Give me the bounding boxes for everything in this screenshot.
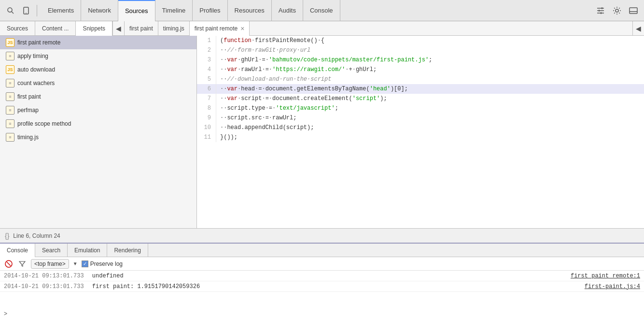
- code-editor[interactable]: 1 (function·firstPaintRemote()·{ 2 ··//·…: [197, 36, 644, 228]
- code-line-8: 8 ··script.type·=·'text/javascript';: [197, 103, 644, 113]
- main-nav-tabs: Elements Network Sources Timeline Profil…: [41, 0, 340, 21]
- file-icon-txt: ≡: [6, 52, 14, 60]
- editor-tab-first-paint[interactable]: first paint: [125, 21, 158, 36]
- sidebar-item-perfmap[interactable]: ≡ perfmap: [0, 103, 196, 117]
- console-timestamp-2: 2014-10-21 09:13:01.733: [4, 283, 84, 290]
- editor-tabs-nav-right[interactable]: ◀: [632, 21, 644, 36]
- code-line-7: 7 ··var·script·=·document.createElement(…: [197, 94, 644, 103]
- status-bar: {} Line 6, Column 24: [0, 228, 644, 243]
- file-icon-txt: ≡: [6, 79, 14, 87]
- console-tab-console[interactable]: Console: [0, 244, 35, 257]
- toolbar-separator: [37, 5, 37, 16]
- snippets-sidebar: JS first paint remote ≡ apply timing JS …: [0, 36, 197, 228]
- svg-line-14: [7, 262, 11, 266]
- device-icon[interactable]: [19, 4, 33, 17]
- preserve-log-label: Preserve log: [90, 261, 123, 267]
- toolbar-right-actions: [594, 4, 640, 17]
- settings-icon[interactable]: [610, 4, 624, 17]
- editor-tabs: ◀ first paint timing.js first paint remo…: [112, 21, 644, 36]
- console-area: Console Search Emulation Rendering <top …: [0, 243, 644, 319]
- tab-sources[interactable]: Sources: [118, 0, 155, 21]
- console-source-1[interactable]: first paint remote:1: [571, 273, 640, 279]
- console-tab-search[interactable]: Search: [35, 244, 68, 257]
- editor-tab-timing-js[interactable]: timing.js: [158, 21, 190, 36]
- main-toolbar: Elements Network Sources Timeline Profil…: [0, 0, 644, 21]
- search-icon[interactable]: [4, 4, 17, 17]
- file-icon-txt: ≡: [6, 92, 14, 101]
- tab-network[interactable]: Network: [81, 0, 118, 21]
- sidebar-item-count-wachers[interactable]: ≡ count wachers: [0, 76, 196, 90]
- console-prompt-icon: >: [4, 310, 7, 317]
- svg-point-10: [616, 9, 618, 12]
- console-timestamp-1: 2014-10-21 09:13:01.733: [4, 273, 84, 279]
- sub-tab-sources[interactable]: Sources: [0, 21, 35, 36]
- code-line-5: 5 ··//·download·and·run·the·script: [197, 74, 644, 84]
- sidebar-item-first-paint-remote[interactable]: JS first paint remote: [0, 36, 196, 49]
- svg-point-0: [8, 8, 12, 12]
- code-line-2: 2 ··//·form·rawGit·proxy·url: [197, 45, 644, 55]
- status-text: Line 6, Column 24: [13, 232, 60, 239]
- editor-tab-first-paint-remote[interactable]: first paint remote ×: [190, 21, 250, 36]
- console-tab-emulation[interactable]: Emulation: [68, 244, 107, 257]
- code-line-9: 9 ··script.src·=·rawUrl;: [197, 113, 644, 123]
- sidebar-item-first-paint[interactable]: ≡ first paint: [0, 90, 196, 103]
- dock-icon[interactable]: [627, 4, 640, 17]
- sidebar-item-profile-scope-method[interactable]: ≡ profile scope method: [0, 117, 196, 130]
- file-icon-js: JS: [6, 38, 14, 47]
- console-row-2: 2014-10-21 09:13:01.733 first paint: 1.9…: [0, 281, 644, 292]
- console-row-1: 2014-10-21 09:13:01.733 undefined first …: [0, 271, 644, 281]
- sub-tab-snippets[interactable]: Snippets: [76, 21, 112, 36]
- tab-audits[interactable]: Audits: [272, 0, 303, 21]
- console-toolbar: <top frame> ▼ ✓ Preserve log: [0, 257, 644, 271]
- preserve-log-checkbox[interactable]: ✓ Preserve log: [82, 261, 123, 267]
- sub-tab-content[interactable]: Content ...: [35, 21, 76, 36]
- tab-elements[interactable]: Elements: [41, 0, 81, 21]
- filter-icon[interactable]: [17, 259, 27, 269]
- console-input-row: >: [0, 308, 644, 319]
- console-tab-rendering[interactable]: Rendering: [107, 244, 148, 257]
- code-line-4: 4 ··var·rawUrl·=·'https://rawgit.com/'·+…: [197, 65, 644, 74]
- console-message-2: first paint: 1.9151790142059326: [92, 283, 200, 290]
- preserve-log-check-icon: ✓: [82, 261, 88, 267]
- tab-console[interactable]: Console: [303, 0, 340, 21]
- frame-selector[interactable]: <top frame>: [31, 259, 69, 269]
- editor-nav-back[interactable]: ◀: [113, 21, 125, 36]
- sidebar-item-auto-download[interactable]: JS auto download: [0, 63, 196, 76]
- sidebar-item-timing-js[interactable]: ≡ timing.js: [0, 130, 196, 144]
- file-icon-txt: ≡: [6, 106, 14, 115]
- console-tabs: Console Search Emulation Rendering: [0, 244, 644, 257]
- sources-toolbar: Sources Content ... Snippets ◀ first pai…: [0, 21, 644, 36]
- frame-dropdown-arrow[interactable]: ▼: [73, 261, 78, 266]
- console-message-1: undefined: [92, 273, 124, 279]
- format-icon: {}: [5, 232, 9, 240]
- tab-profiles[interactable]: Profiles: [193, 0, 227, 21]
- customize-icon[interactable]: [594, 4, 607, 17]
- tab-timeline[interactable]: Timeline: [155, 0, 193, 21]
- close-tab-button[interactable]: ×: [240, 25, 244, 32]
- code-line-3: 3 ··var·ghUrl·=·'bahmutov/code-snippets/…: [197, 55, 644, 65]
- svg-rect-11: [630, 8, 637, 14]
- code-line-11: 11 }());: [197, 132, 644, 142]
- file-icon-txt: ≡: [6, 119, 14, 128]
- console-source-2[interactable]: first-paint.js:4: [585, 283, 640, 290]
- svg-point-3: [26, 13, 27, 14]
- file-icon-txt: ≡: [6, 133, 14, 142]
- console-output: 2014-10-21 09:13:01.733 undefined first …: [0, 271, 644, 308]
- code-line-6: 6 ··var·head·=·document.getElementsByTag…: [197, 84, 644, 94]
- svg-line-1: [12, 12, 14, 14]
- tab-resources[interactable]: Resources: [228, 0, 272, 21]
- clear-console-button[interactable]: [4, 259, 14, 269]
- code-line-1: 1 (function·firstPaintRemote()·{: [197, 36, 644, 45]
- file-icon-js: JS: [6, 65, 14, 74]
- console-input[interactable]: [10, 310, 640, 317]
- code-line-10: 10 ··head.appendChild(script);: [197, 123, 644, 132]
- sidebar-item-apply-timing[interactable]: ≡ apply timing: [0, 49, 196, 63]
- main-area: JS first paint remote ≡ apply timing JS …: [0, 36, 644, 228]
